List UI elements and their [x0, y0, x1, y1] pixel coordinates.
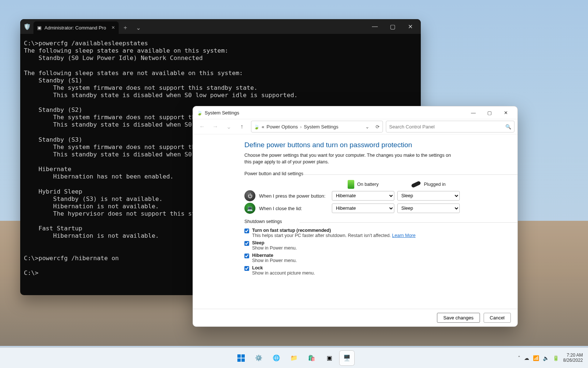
- breadcrumb-system-settings[interactable]: System Settings: [304, 124, 338, 130]
- breadcrumb-power-options[interactable]: Power Options: [266, 124, 298, 130]
- breadcrumb-prefix: «: [262, 124, 264, 130]
- search-icon: 🔍: [505, 124, 511, 130]
- select-lid-battery[interactable]: Hibernate: [332, 204, 394, 213]
- desc-hibernate: Show in Power menu.: [252, 258, 297, 263]
- cp-minimize-button[interactable]: —: [465, 107, 481, 118]
- section-power-button: Power button and lid settings: [244, 171, 506, 176]
- cp-close-button[interactable]: ✕: [498, 107, 514, 118]
- taskbar-edge-icon[interactable]: 🌐: [269, 351, 284, 365]
- select-power-plugged[interactable]: Sleep: [397, 191, 460, 201]
- address-dropdown-icon[interactable]: ⌄: [365, 124, 369, 130]
- close-tab-icon[interactable]: ✕: [111, 25, 115, 30]
- system-settings-window: 🍃 System Settings — ▢ ✕ ← → ⌄ ↑ 🍃 « Powe…: [193, 106, 518, 327]
- taskbar-settings-icon[interactable]: ⚙️: [251, 351, 266, 365]
- breadcrumb-icon: 🍃: [254, 124, 259, 130]
- breadcrumb-separator: ›: [300, 124, 302, 130]
- desc-lock: Show in account picture menu.: [252, 270, 315, 276]
- label-sleep: Sleep: [252, 240, 264, 245]
- search-placeholder: Search Control Panel: [389, 124, 435, 130]
- cancel-button[interactable]: Cancel: [484, 313, 511, 323]
- taskbar[interactable]: ⚙️ 🌐 📁 🛍️ ▣ 🖥️ ˄ ☁ 📶 🔈 🔋 7:20 AM 8/26/20…: [0, 347, 588, 368]
- back-button[interactable]: ←: [196, 121, 208, 132]
- label-fast-startup: Turn on fast startup (recommended): [252, 228, 331, 233]
- row-close-lid: 💻 When I close the lid:: [244, 203, 329, 214]
- desc-fast-startup: This helps start your PC faster after sh…: [252, 233, 391, 238]
- refresh-icon[interactable]: ⟳: [376, 124, 380, 130]
- select-lid-plugged[interactable]: Sleep: [397, 204, 460, 213]
- cmd-icon: ▣: [37, 25, 42, 31]
- forward-button[interactable]: →: [209, 121, 222, 132]
- svg-rect-1: [241, 354, 245, 358]
- up-button[interactable]: ↑: [236, 121, 248, 132]
- desc-sleep: Show in Power menu.: [252, 245, 297, 251]
- svg-rect-0: [237, 354, 241, 358]
- shield-icon: 🛡️: [24, 23, 31, 30]
- new-tab-button[interactable]: ＋: [119, 21, 132, 34]
- battery-tray-icon[interactable]: 🔋: [553, 355, 559, 361]
- address-bar[interactable]: 🍃 « Power Options › System Settings ⌄ ⟳: [251, 121, 383, 132]
- volume-icon[interactable]: 🔈: [543, 355, 549, 361]
- taskbar-control-panel-icon[interactable]: 🖥️: [340, 351, 354, 365]
- cp-footer: Save changes Cancel: [193, 309, 517, 326]
- row-power-button: ⏻ When I press the power button:: [244, 190, 329, 201]
- label-lock: Lock: [252, 265, 263, 270]
- onedrive-icon[interactable]: ☁: [524, 355, 529, 361]
- cp-titlebar[interactable]: 🍃 System Settings — ▢ ✕: [193, 106, 517, 119]
- svg-rect-2: [237, 358, 241, 362]
- checkbox-hibernate[interactable]: [244, 254, 249, 258]
- cp-content: Define power buttons and turn on passwor…: [193, 134, 517, 309]
- link-learn-more[interactable]: Learn More: [392, 233, 416, 238]
- lid-icon: 💻: [244, 203, 255, 214]
- wifi-icon[interactable]: 📶: [533, 355, 539, 361]
- checkbox-fast-startup[interactable]: [244, 229, 249, 233]
- page-heading: Define power buttons and turn on passwor…: [244, 141, 506, 149]
- terminal-tab-label: Administrator: Command Pro: [44, 25, 106, 31]
- save-changes-button[interactable]: Save changes: [437, 313, 480, 323]
- page-description: Choose the power settings that you want …: [244, 152, 458, 165]
- taskbar-terminal-icon[interactable]: ▣: [322, 351, 337, 365]
- taskbar-clock[interactable]: 7:20 AM 8/26/2022: [563, 353, 583, 363]
- power-icon: ⏻: [244, 190, 255, 201]
- cp-window-title: System Settings: [205, 110, 239, 116]
- taskbar-explorer-icon[interactable]: 📁: [287, 351, 301, 365]
- checkbox-lock[interactable]: [244, 266, 249, 271]
- section-shutdown: Shutdown settings: [244, 219, 506, 224]
- tab-dropdown-icon[interactable]: ⌄: [132, 21, 145, 34]
- label-hibernate: Hibernate: [252, 253, 273, 258]
- power-options-icon: 🍃: [197, 110, 202, 116]
- plug-icon: [411, 181, 422, 188]
- checkbox-sleep[interactable]: [244, 241, 249, 246]
- maximize-button[interactable]: ▢: [384, 20, 401, 33]
- terminal-titlebar[interactable]: 🛡️ ▣ Administrator: Command Pro ✕ ＋ ⌄ — …: [20, 19, 421, 34]
- close-button[interactable]: ✕: [402, 20, 419, 33]
- cp-maximize-button[interactable]: ▢: [481, 107, 498, 118]
- column-on-battery: On battery: [332, 180, 394, 189]
- column-plugged-in: Plugged in: [397, 182, 460, 187]
- taskbar-time: 7:20 AM: [563, 353, 583, 358]
- cp-nav-bar: ← → ⌄ ↑ 🍃 « Power Options › System Setti…: [193, 119, 517, 134]
- taskbar-tray[interactable]: ˄ ☁ 📶 🔈 🔋 7:20 AM 8/26/2022: [518, 353, 583, 363]
- taskbar-date: 8/26/2022: [563, 358, 583, 363]
- chevron-up-icon[interactable]: ˄: [518, 355, 520, 361]
- recent-dropdown-icon[interactable]: ⌄: [222, 121, 235, 132]
- taskbar-store-icon[interactable]: 🛍️: [304, 351, 319, 365]
- minimize-button[interactable]: —: [366, 20, 383, 33]
- select-power-battery[interactable]: Hibernate: [332, 191, 394, 201]
- search-box[interactable]: Search Control Panel 🔍: [386, 121, 514, 132]
- svg-rect-3: [241, 358, 245, 362]
- battery-icon: [348, 180, 354, 189]
- taskbar-center: ⚙️ 🌐 📁 🛍️ ▣ 🖥️: [234, 351, 354, 365]
- start-button[interactable]: [234, 351, 248, 365]
- terminal-tab[interactable]: ▣ Administrator: Command Pro ✕: [33, 21, 119, 34]
